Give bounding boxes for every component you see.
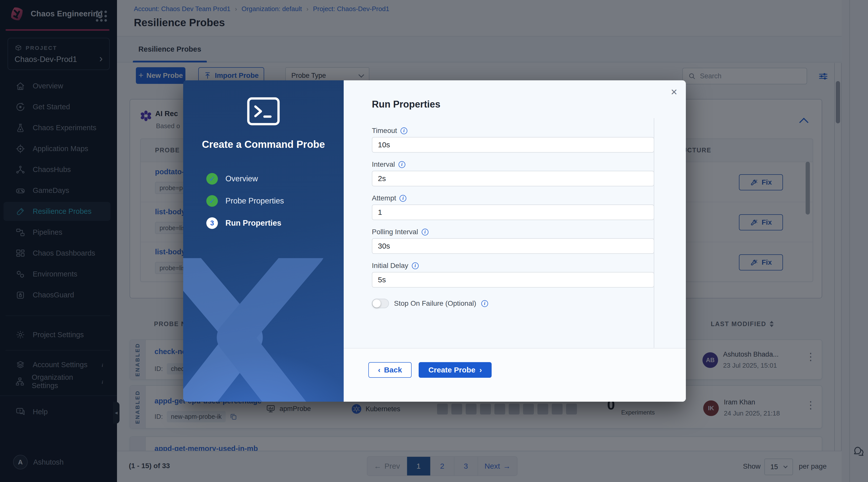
stop-on-failure-row: Stop On Failure (Optional) i bbox=[372, 299, 654, 308]
field-label: Attempt bbox=[372, 194, 396, 202]
form-field-polling-interval: Polling Interval i bbox=[372, 228, 654, 261]
interval-input[interactable] bbox=[372, 171, 654, 186]
info-icon[interactable]: i bbox=[401, 127, 407, 134]
step-check-icon: ✓ bbox=[206, 173, 218, 185]
stop-on-failure-toggle[interactable] bbox=[372, 299, 389, 308]
info-icon[interactable]: i bbox=[412, 262, 418, 269]
info-icon[interactable]: i bbox=[422, 229, 429, 235]
field-label: Timeout bbox=[372, 127, 397, 135]
screen: Chaos Engineering PROJECT Chaos-Dev-Prod… bbox=[0, 0, 868, 482]
chevron-left-icon: ‹ bbox=[378, 366, 380, 374]
modal-footer: ‹ Back Create Probe › bbox=[344, 348, 686, 402]
close-icon[interactable]: × bbox=[671, 86, 677, 97]
step-label: Run Properties bbox=[225, 219, 281, 228]
field-label: Interval bbox=[372, 161, 395, 168]
timeout-input[interactable] bbox=[372, 137, 654, 152]
info-icon[interactable]: i bbox=[400, 195, 406, 202]
step-label: Overview bbox=[225, 174, 258, 183]
form-field-attempt: Attempt i bbox=[372, 194, 654, 228]
form-scrollbar-track bbox=[654, 118, 654, 348]
wizard-step-overview[interactable]: ✓ Overview bbox=[206, 173, 284, 185]
run-properties-form: Timeout iInterval iAttempt iPolling Inte… bbox=[372, 126, 654, 308]
wizard-title: Create a Command Probe bbox=[183, 139, 344, 150]
harness-watermark-logo bbox=[183, 258, 327, 402]
toggle-label: Stop On Failure (Optional) bbox=[394, 300, 476, 308]
info-icon[interactable]: i bbox=[481, 300, 488, 307]
wizard-steps: ✓ Overview✓ Probe Properties3 Run Proper… bbox=[206, 173, 284, 229]
attempt-input[interactable] bbox=[372, 204, 654, 220]
info-icon[interactable]: i bbox=[399, 161, 405, 168]
create-command-probe-modal: Create a Command Probe ✓ Overview✓ Probe… bbox=[183, 80, 686, 402]
step-heading: Run Properties bbox=[372, 99, 440, 110]
back-button[interactable]: ‹ Back bbox=[368, 362, 412, 378]
wizard-step-run-properties[interactable]: 3 Run Properties bbox=[206, 217, 284, 229]
wizard-left-panel: Create a Command Probe ✓ Overview✓ Probe… bbox=[183, 80, 344, 402]
wizard-step-probe-properties[interactable]: ✓ Probe Properties bbox=[206, 195, 284, 207]
wizard-right-panel: × Run Properties Timeout iInterval iAtte… bbox=[344, 80, 686, 402]
field-label: Initial Delay bbox=[372, 262, 408, 270]
field-label: Polling Interval bbox=[372, 228, 418, 236]
initial-delay-input[interactable] bbox=[372, 272, 654, 288]
form-field-timeout: Timeout i bbox=[372, 126, 654, 160]
create-probe-button[interactable]: Create Probe › bbox=[418, 362, 492, 378]
form-field-initial-delay: Initial Delay i bbox=[372, 261, 654, 295]
step-label: Probe Properties bbox=[225, 196, 284, 205]
polling-interval-input[interactable] bbox=[372, 238, 654, 254]
chevron-right-icon: › bbox=[479, 366, 482, 374]
step-number: 3 bbox=[206, 217, 218, 229]
form-field-interval: Interval i bbox=[372, 160, 654, 194]
terminal-icon bbox=[247, 97, 280, 126]
step-check-icon: ✓ bbox=[206, 195, 218, 207]
